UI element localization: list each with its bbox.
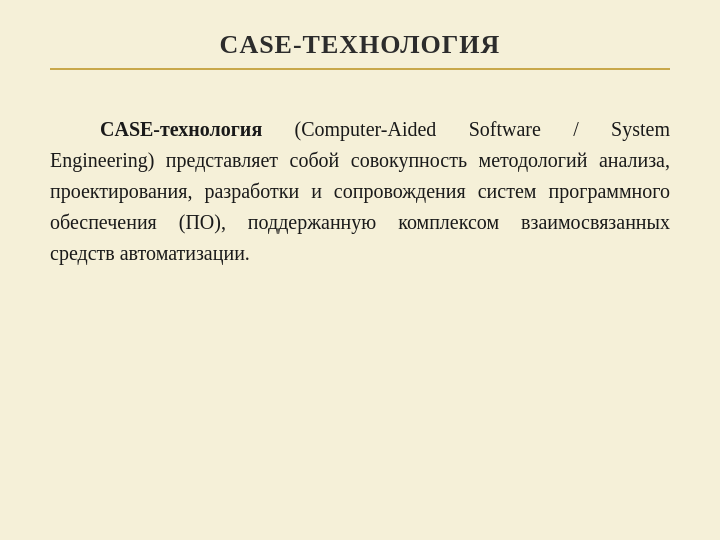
slide-title: CASE-ТЕХНОЛОГИЯ xyxy=(220,30,501,60)
slide: CASE-ТЕХНОЛОГИЯ CASE-технология (Compute… xyxy=(0,0,720,540)
slide-content: CASE-технология (Computer-Aided Software… xyxy=(50,114,670,269)
header-section: CASE-ТЕХНОЛОГИЯ xyxy=(50,30,670,70)
title-underline xyxy=(50,68,670,70)
bold-term: CASE-технология xyxy=(100,118,262,140)
